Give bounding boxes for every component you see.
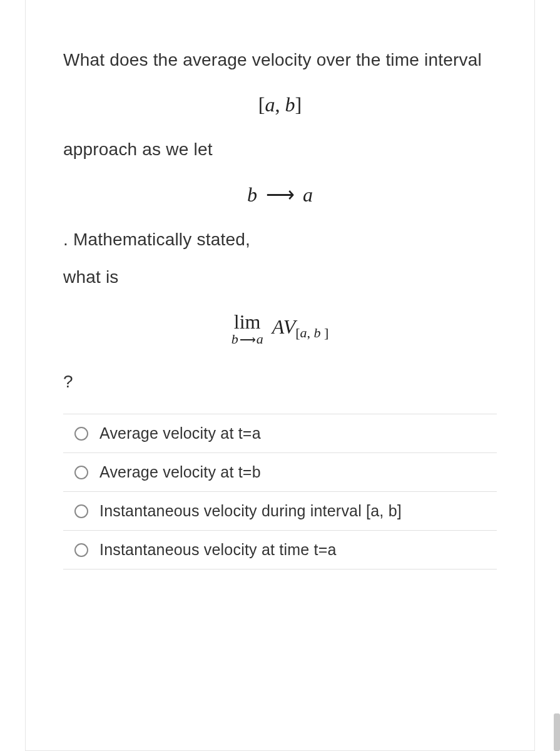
radio-icon[interactable] xyxy=(74,427,88,441)
math-limit-expr: lim b⟶a AV[a, b ] xyxy=(63,310,497,349)
option-label: Average velocity at t=b xyxy=(99,463,261,481)
av-term: AV[a, b ] xyxy=(272,315,329,341)
question-text-line2: approach as we let xyxy=(63,136,497,163)
lim-subscript: b⟶a xyxy=(232,331,263,347)
scrollbar-thumb[interactable] xyxy=(554,713,560,751)
radio-icon[interactable] xyxy=(74,466,88,479)
question-text-line3: . Mathematically stated, xyxy=(63,227,497,253)
lim-text: lim xyxy=(232,310,263,334)
question-text-line1: What does the average velocity over the … xyxy=(63,47,497,73)
option-label: Average velocity at t=a xyxy=(99,424,261,442)
option-row[interactable]: Average velocity at t=a xyxy=(63,414,497,453)
math-b-to-a: b ⟶ a xyxy=(63,183,497,207)
math-var-a: a xyxy=(303,183,313,206)
limit-block: lim b⟶a xyxy=(232,310,263,347)
option-row[interactable]: Average velocity at t=b xyxy=(63,453,497,492)
option-label: Instantaneous velocity at time t=a xyxy=(99,541,337,559)
radio-icon[interactable] xyxy=(74,543,88,557)
av-subscript: [a, b ] xyxy=(295,325,328,340)
option-row[interactable]: Instantaneous velocity during interval [… xyxy=(63,492,497,531)
math-interval-ab: [a, b] xyxy=(63,93,497,116)
arrow-icon: ⟶ xyxy=(266,183,294,207)
options-list: Average velocity at t=a Average velocity… xyxy=(63,414,497,570)
option-row[interactable]: Instantaneous velocity at time t=a xyxy=(63,531,497,570)
question-text-qmark: ? xyxy=(63,369,497,395)
question-text-line4: what is xyxy=(63,264,497,290)
radio-icon[interactable] xyxy=(74,504,88,518)
math-var-b: b xyxy=(247,183,257,206)
question-card: What does the average velocity over the … xyxy=(25,0,535,751)
option-label: Instantaneous velocity during interval [… xyxy=(99,502,402,520)
